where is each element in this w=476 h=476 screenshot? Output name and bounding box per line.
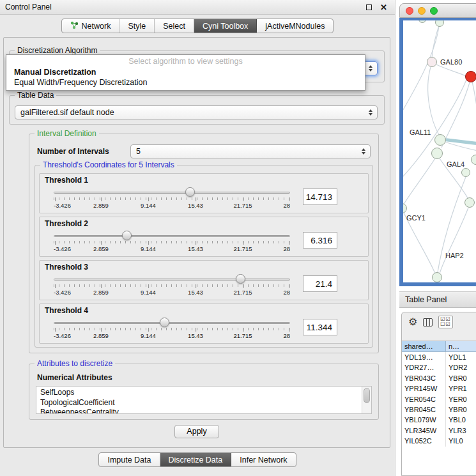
- table-row[interactable]: YBL079WYBL0: [402, 415, 476, 425]
- threshold-value-field[interactable]: 14.713: [303, 188, 337, 205]
- apply-row: Apply: [9, 425, 385, 438]
- tab-infer-network[interactable]: Infer Network: [231, 453, 295, 466]
- slider-scale: -3.4262.8599.14415.4321.71528: [54, 245, 290, 254]
- threshold-slider[interactable]: -3.4262.8599.14415.4321.71528: [45, 273, 300, 298]
- scale-tick-label: 2.859: [93, 332, 109, 339]
- network-node[interactable]: [431, 148, 443, 159]
- slider-thumb[interactable]: [236, 274, 245, 284]
- node-label: HAP2: [445, 252, 464, 259]
- num-intervals-combobox[interactable]: 5: [130, 144, 371, 158]
- stepper-icon: [367, 65, 374, 72]
- threshold-value-field[interactable]: 11.344: [303, 319, 337, 335]
- scale-tick-label: -3.426: [54, 202, 71, 209]
- apply-button[interactable]: Apply: [174, 425, 219, 438]
- threshold-label: Threshold 3: [45, 263, 363, 272]
- network-node[interactable]: [432, 272, 442, 282]
- slider-track[interactable]: [54, 322, 290, 324]
- cyni-toolbox-panel: Discretization Algorithm Select algorith…: [3, 37, 390, 448]
- table-row[interactable]: YBR043CYBR0: [402, 373, 476, 383]
- thresholds-group: Threshold's Coordinates for 5 Intervals …: [35, 165, 373, 348]
- threshold-slider[interactable]: -3.4262.8599.14415.4321.71528: [45, 186, 300, 211]
- stepper-icon: [367, 109, 374, 116]
- attribute-item[interactable]: SelfLoops: [40, 388, 360, 398]
- scale-tick-label: -3.426: [54, 245, 71, 252]
- attribute-item[interactable]: BetweennessCentrality: [40, 408, 360, 414]
- group-label: Discretization Algorithm: [15, 46, 100, 55]
- tab-cyni-toolbox[interactable]: Cyni Toolbox: [194, 19, 257, 33]
- attribute-item[interactable]: TopologicalCoefficient: [40, 398, 360, 408]
- group-label: Threshold's Coordinates for 5 Intervals: [40, 160, 177, 169]
- threshold-slider[interactable]: -3.4262.8599.14415.4321.71528: [45, 316, 300, 342]
- number-of-intervals-row: Number of Intervals 5: [37, 144, 371, 158]
- cell-shared-name: YPR145W: [402, 383, 446, 394]
- tab-network[interactable]: Network: [62, 19, 120, 33]
- cell-shared-name: YIL052C: [402, 436, 446, 446]
- threshold-value-field[interactable]: 21.4: [303, 275, 337, 292]
- threshold-value-field[interactable]: 6.316: [303, 232, 337, 249]
- dropdown-option-equal-width-frequency[interactable]: Equal Width/Frequency Discretization: [6, 77, 365, 88]
- cell-name: YBL0: [446, 415, 476, 425]
- scale-tick-label: 15.43: [188, 202, 203, 209]
- cell-name: YDR2: [446, 362, 476, 372]
- close-icon[interactable]: ✕: [380, 3, 387, 12]
- network-node[interactable]: [465, 71, 476, 82]
- zoom-traffic-light-icon[interactable]: [430, 7, 438, 15]
- tab-label: Select: [163, 22, 185, 31]
- tab-discretize-data[interactable]: Discretize Data: [160, 453, 232, 466]
- slider-thumb[interactable]: [160, 318, 169, 327]
- table-row[interactable]: YDL19…YDL1: [402, 352, 476, 362]
- select-columns-icon[interactable]: ☑☑☐☑: [438, 316, 452, 328]
- slider-track[interactable]: [54, 235, 290, 237]
- top-tab-bar: Network Style Select Cyni Toolbox jActiv…: [0, 15, 395, 37]
- tab-jactivemnodules[interactable]: jActiveMNodules: [257, 19, 333, 33]
- cell-shared-name: YDR27…: [402, 362, 446, 372]
- slider-scale: -3.4262.8599.14415.4321.71528: [54, 289, 290, 297]
- table-row[interactable]: YLR345WYLR3: [402, 426, 476, 436]
- minimize-traffic-light-icon[interactable]: [418, 7, 426, 15]
- tab-style[interactable]: Style: [119, 19, 155, 33]
- table-row[interactable]: YIL052CYIL0: [402, 436, 476, 446]
- network-canvas[interactable]: GAL80GAL11GAL4GCY1HAP2: [403, 20, 476, 282]
- slider-ticks: [54, 328, 290, 330]
- slider-thumb[interactable]: [185, 187, 195, 197]
- numerical-attributes-list[interactable]: SelfLoopsTopologicalCoefficientBetweenne…: [36, 386, 372, 414]
- column-header-name[interactable]: n…: [446, 341, 476, 352]
- scale-tick-label: 9.144: [141, 245, 156, 252]
- tab-label: Style: [128, 22, 146, 31]
- algorithm-dropdown-popup: Select algorithm to view settings Manual…: [6, 54, 365, 91]
- table-row[interactable]: YPR145WYPR1: [402, 383, 476, 394]
- network-view-frame: GAL80GAL11GAL4GCY1HAP2: [399, 18, 476, 286]
- tab-label: Impute Data: [107, 456, 151, 464]
- slider-track[interactable]: [54, 279, 290, 280]
- gear-icon[interactable]: ⚙: [408, 317, 417, 327]
- scrollbar-thumb[interactable]: [364, 388, 370, 403]
- table-row[interactable]: YBR045CYBR0: [402, 404, 476, 415]
- column-header-shared-name[interactable]: shared…: [402, 341, 446, 352]
- tab-select[interactable]: Select: [155, 19, 194, 33]
- threshold-row: Threshold 1-3.4262.8599.14415.4321.71528…: [39, 173, 369, 213]
- network-node[interactable]: [434, 134, 446, 146]
- network-node[interactable]: [464, 197, 475, 208]
- slider-track[interactable]: [54, 192, 290, 194]
- columns-icon[interactable]: [423, 318, 433, 326]
- close-traffic-light-icon[interactable]: [406, 7, 413, 15]
- dropdown-option-manual-discretization[interactable]: Manual Discretization: [6, 67, 365, 77]
- threshold-rows: Threshold 1-3.4262.8599.14415.4321.71528…: [39, 173, 369, 344]
- table-row[interactable]: YDR27…YDR2: [402, 362, 476, 372]
- group-label: Attributes to discretize: [35, 359, 115, 368]
- float-window-icon[interactable]: [366, 4, 372, 10]
- tab-impute-data[interactable]: Impute Data: [99, 453, 160, 466]
- scale-tick-label: 21.715: [233, 289, 252, 296]
- scrollbar[interactable]: [362, 387, 371, 413]
- scale-tick-label: 15.43: [188, 245, 203, 252]
- dropdown-hint: Select algorithm to view settings: [6, 56, 365, 67]
- network-node[interactable]: [461, 168, 470, 177]
- threshold-slider[interactable]: -3.4262.8599.14415.4321.71528: [45, 229, 300, 255]
- table-row[interactable]: YER054CYER0: [402, 394, 476, 404]
- control-panel-titlebar: Control Panel ✕: [0, 0, 395, 15]
- screen: Control Panel ✕ Network Style Select Cyn…: [0, 0, 476, 476]
- network-node[interactable]: [427, 57, 437, 67]
- table-data-combobox[interactable]: galFiltered.sif default node: [15, 105, 378, 119]
- threshold-label: Threshold 1: [45, 176, 363, 185]
- slider-thumb[interactable]: [122, 231, 132, 240]
